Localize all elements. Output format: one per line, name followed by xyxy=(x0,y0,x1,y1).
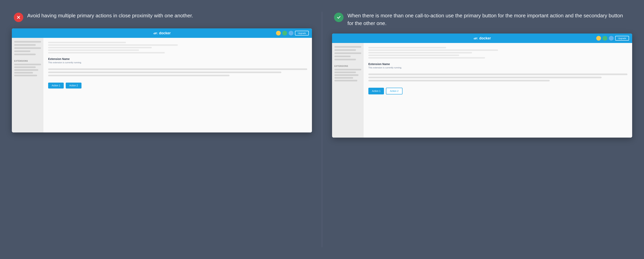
right-titlebar: docker Upgrade xyxy=(332,33,632,43)
right-upgrade-btn[interactable]: Upgrade xyxy=(615,36,629,41)
left-docker-body: EXTENSIONS Ext xyxy=(12,38,312,132)
right-top-line-1 xyxy=(368,47,446,48)
right-sidebar-item-4 xyxy=(334,77,353,79)
right-top-lines xyxy=(368,47,628,58)
svg-rect-5 xyxy=(156,32,156,33)
right-top-line-5 xyxy=(368,57,485,58)
svg-rect-11 xyxy=(476,38,476,38)
svg-rect-2 xyxy=(154,33,154,33)
right-content-line-2 xyxy=(368,77,602,78)
left-content-line-3 xyxy=(48,75,230,76)
right-logo-text: docker xyxy=(479,36,491,40)
right-extension-subtitle: This extension is currently running. xyxy=(368,66,628,69)
docker-whale-icon xyxy=(153,31,158,35)
svg-rect-4 xyxy=(154,33,155,34)
right-sidebar-line-2 xyxy=(334,49,356,51)
svg-rect-8 xyxy=(474,38,474,39)
error-icon-circle xyxy=(14,13,23,22)
panel-divider xyxy=(322,12,322,247)
right-yellow-btn[interactable] xyxy=(596,36,601,41)
left-content-line-2 xyxy=(48,71,281,73)
left-sidebar-line-2 xyxy=(14,44,36,46)
svg-rect-13 xyxy=(477,38,478,38)
right-sidebar-items xyxy=(334,69,361,81)
left-titlebar: docker Upgrade xyxy=(12,28,312,38)
right-green-btn[interactable] xyxy=(602,36,607,41)
right-sidebar-line-5 xyxy=(334,59,356,60)
left-blue-btn[interactable] xyxy=(289,31,294,35)
left-action1-button[interactable]: Action 1 xyxy=(48,83,64,88)
left-top-lines xyxy=(48,42,307,53)
right-docker-body: EXTENSIONS Ext xyxy=(332,43,632,138)
right-titlebar-controls: Upgrade xyxy=(596,36,629,41)
right-message-text: When there is more than one call-to-acti… xyxy=(348,12,630,27)
left-sidebar-item-5 xyxy=(14,75,37,76)
left-sidebar-lines xyxy=(14,41,41,55)
left-docker-logo: docker xyxy=(153,31,171,35)
left-top-line-4 xyxy=(48,49,139,51)
right-extension-name: Extension Name xyxy=(368,62,628,66)
x-icon xyxy=(16,15,21,20)
right-content-lines xyxy=(368,73,628,81)
left-upgrade-btn[interactable]: Upgrade xyxy=(295,31,309,35)
left-sidebar-line-5 xyxy=(14,54,36,55)
left-sidebar-item-1 xyxy=(14,64,41,65)
left-yellow-btn[interactable] xyxy=(276,31,281,35)
right-top-line-2 xyxy=(368,49,498,51)
left-sidebar-items xyxy=(14,64,41,76)
right-panel: When there is more than one call-to-acti… xyxy=(332,12,632,138)
left-message-row: Avoid having multiple primary actions in… xyxy=(12,12,312,22)
right-docker-logo: docker xyxy=(473,36,491,41)
right-blue-btn[interactable] xyxy=(609,36,614,41)
right-sidebar-line-3 xyxy=(334,52,361,54)
right-sidebar-line-4 xyxy=(334,56,350,57)
svg-rect-3 xyxy=(154,32,155,33)
left-docker-window: docker Upgrade EXTENSIONS xyxy=(12,28,312,132)
left-sidebar: EXTENSIONS xyxy=(12,38,44,132)
left-top-line-1 xyxy=(48,42,126,43)
right-content-line-3 xyxy=(368,80,550,81)
left-top-line-3 xyxy=(48,47,152,48)
left-sidebar-item-4 xyxy=(14,72,33,73)
right-message-row: When there is more than one call-to-acti… xyxy=(332,12,632,27)
right-sidebar-item-3 xyxy=(334,74,358,76)
left-green-btn[interactable] xyxy=(282,31,287,35)
right-docker-window: docker Upgrade EXTENSIONS xyxy=(332,33,632,138)
right-docker-whale-icon xyxy=(473,36,478,41)
svg-rect-7 xyxy=(156,32,157,33)
right-sidebar-section-label: EXTENSIONS xyxy=(334,65,361,67)
right-actions-row: Action 1 Action 2 xyxy=(368,88,628,94)
right-top-line-4 xyxy=(368,55,459,56)
left-panel: Avoid having multiple primary actions in… xyxy=(12,12,312,132)
right-sidebar-item-5 xyxy=(334,80,357,81)
left-sidebar-line-3 xyxy=(14,47,41,49)
right-sidebar-line-1 xyxy=(334,46,361,48)
left-extension-subtitle: This extension is currently running. xyxy=(48,61,307,64)
left-actions-row: Action 1 Action 2 xyxy=(48,83,307,88)
left-content-lines xyxy=(48,68,307,76)
left-sidebar-item-2 xyxy=(14,66,36,68)
success-icon-circle xyxy=(334,13,344,22)
left-titlebar-controls: Upgrade xyxy=(276,31,309,35)
left-sidebar-line-1 xyxy=(14,41,41,42)
right-sidebar-lines xyxy=(334,46,361,60)
check-icon xyxy=(336,15,341,20)
left-content-line-1 xyxy=(48,68,307,70)
svg-rect-9 xyxy=(475,38,476,38)
right-action2-button[interactable]: Action 2 xyxy=(386,88,402,94)
left-logo-text: docker xyxy=(159,31,171,35)
left-sidebar-section-label: EXTENSIONS xyxy=(14,60,41,62)
left-top-line-5 xyxy=(48,52,165,53)
right-content-line-1 xyxy=(368,73,628,75)
right-sidebar-item-1 xyxy=(334,69,361,70)
left-sidebar-item-3 xyxy=(14,69,38,71)
left-message-text: Avoid having multiple primary actions in… xyxy=(27,12,193,19)
right-action1-button[interactable]: Action 1 xyxy=(368,88,384,94)
left-top-line-2 xyxy=(48,44,178,46)
left-main-content: Extension Name This extension is current… xyxy=(44,38,312,132)
left-extension-name: Extension Name xyxy=(48,57,307,60)
left-action2-button[interactable]: Action 2 xyxy=(66,83,81,88)
left-sidebar-line-4 xyxy=(14,50,30,52)
right-top-line-3 xyxy=(368,52,472,53)
right-sidebar: EXTENSIONS xyxy=(332,43,364,138)
